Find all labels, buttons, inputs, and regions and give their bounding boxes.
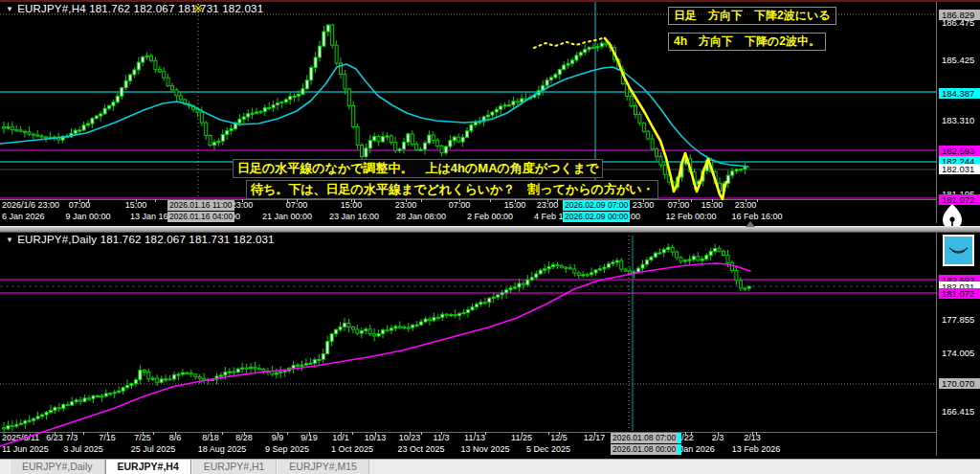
- axis-tick: [643, 199, 644, 202]
- axis-tick: [143, 432, 144, 435]
- price-label: 186.829: [939, 10, 980, 20]
- time-label: 28 Jan 08:00: [396, 212, 446, 222]
- top-price-scale[interactable]: 186.829186.475185.425184.387183.310182.5…: [936, 0, 980, 223]
- axis-tick: [406, 199, 407, 202]
- bottom-chart-window[interactable]: ▼EURJPY#,Daily 181.762 182.067 181.731 1…: [0, 231, 980, 459]
- axis-tick: [685, 432, 686, 435]
- axis-tick: [242, 199, 243, 202]
- axis-tick: [548, 432, 549, 435]
- time-label: 12 Feb 00:00: [665, 212, 716, 222]
- axis-tick: [153, 432, 154, 435]
- axis-tick: [547, 199, 548, 202]
- bottom-chart-title: ▼EURJPY#,Daily 181.762 182.067 181.731 1…: [6, 234, 275, 245]
- axis-tick: [515, 199, 516, 202]
- axis-tick: [375, 432, 376, 435]
- axis-tick: [490, 199, 491, 202]
- window-top-edge: [0, 0, 980, 2]
- chart-tab-bar: EURJPY#,DailyEURJPY#,H4EURJPY#,H1EURJPY#…: [0, 459, 980, 474]
- object-time-label-sliver: [678, 433, 681, 443]
- bottom-time-axis-row1: 2025/6/116/237/37/157/258/68/188/289/99/…: [0, 433, 936, 443]
- axis-tick: [757, 199, 758, 202]
- chart-tab-eurjpy--m15[interactable]: EURJPY#,M15: [277, 460, 369, 474]
- axis-tick: [155, 199, 156, 202]
- object-time-label: 2026.02.09 07:00: [563, 200, 630, 211]
- object-time-label-sliver: [678, 444, 681, 455]
- axis-tick: [222, 432, 223, 435]
- axis-tick: [287, 432, 288, 435]
- chart-menu-triangle-icon[interactable]: ▼: [6, 236, 13, 244]
- top-time-axis-row2: 6 Jan 20269 Jan 00:0013 Jan 16:0017 Jan …: [0, 212, 936, 222]
- axis-tick: [752, 432, 753, 435]
- axis-tick: [297, 199, 298, 202]
- chart-tab-eurjpy--daily[interactable]: EURJPY#,Daily: [10, 460, 105, 474]
- axis-tick: [421, 199, 422, 202]
- axis-tick: [287, 199, 288, 202]
- chart-tab-eurjpy--h1[interactable]: EURJPY#,H1: [191, 460, 278, 474]
- annotation-4h-trend: 4h 方向下 下降の2波中。: [668, 33, 826, 51]
- top-chart-title: ▼EURJPY#,H4 181.762 182.067 181.731 182.…: [6, 3, 263, 14]
- top-time-axis-row1: 2026/1/6 23:0007:0015:0023:0023:0007:001…: [0, 200, 936, 211]
- axis-tick: [351, 199, 352, 202]
- annotation-daily-trend: 日足 方向下 下降2波にいる: [668, 7, 836, 25]
- time-label: 1 Oct 2025: [331, 444, 373, 455]
- price-label: 185.425: [939, 55, 980, 65]
- axis-tick: [175, 432, 176, 435]
- time-label: 2 Feb 00:00: [467, 212, 513, 222]
- object-time-label: 2026.02.09 00:00: [563, 212, 630, 222]
- price-label: 177.855: [939, 314, 980, 325]
- axis-tick: [352, 432, 353, 435]
- axis-tick: [559, 432, 560, 435]
- axis-tick: [83, 432, 84, 435]
- time-label: 21 Jan 00:00: [262, 212, 312, 222]
- vline-anchor-star-icon[interactable]: ※: [193, 3, 203, 14]
- axis-tick: [557, 199, 558, 202]
- chart-tab-eurjpy--h4[interactable]: EURJPY#,H4: [105, 460, 191, 474]
- axis-tick: [691, 432, 692, 435]
- axis-tick: [594, 432, 595, 435]
- bottom-time-axis-row2: 11 Jun 20253 Jul 202525 Jul 202518 Aug 2…: [0, 444, 936, 455]
- price-label: 174.005: [939, 348, 980, 358]
- time-label: 9 Jan 00:00: [65, 212, 110, 222]
- time-label: 23 Oct 2025: [397, 444, 444, 455]
- axis-tick: [441, 432, 442, 435]
- object-time-label: 2026.01.08 00:00: [611, 444, 678, 455]
- axis-tick: [211, 432, 212, 435]
- axis-tick: [459, 199, 460, 202]
- time-label: 9 Sep 2025: [265, 444, 309, 455]
- time-label: 18 Aug 2025: [198, 444, 247, 455]
- axis-tick: [72, 432, 73, 435]
- axis-tick: [354, 199, 355, 202]
- time-label: 6 Jan 2026: [2, 212, 45, 222]
- time-label: 2025/6/11: [2, 433, 39, 443]
- price-label: 166.415: [939, 406, 980, 417]
- axis-tick: [410, 432, 411, 435]
- axis-tick: [485, 432, 486, 435]
- axis-tick: [691, 199, 692, 202]
- price-label: 170.070: [939, 378, 980, 389]
- splitter-grip-icon[interactable]: [746, 221, 755, 227]
- axis-tick: [244, 432, 245, 435]
- axis-tick: [421, 432, 422, 435]
- axis-tick: [107, 432, 108, 435]
- axis-tick: [679, 199, 679, 202]
- chart-menu-triangle-icon[interactable]: ▼: [6, 5, 13, 13]
- axis-tick: [718, 432, 719, 435]
- window-splitter[interactable]: [0, 226, 980, 233]
- time-label: 2026/1/6 23:00: [2, 200, 59, 211]
- top-chart-window[interactable]: ▼EURJPY#,H4 181.762 182.067 181.731 182.…: [0, 0, 980, 226]
- axis-tick: [55, 432, 56, 435]
- axis-tick: [309, 432, 310, 435]
- price-label: 181.072: [939, 288, 980, 299]
- price-label: 183.310: [939, 115, 980, 125]
- axis-tick: [746, 199, 746, 202]
- time-label: 16 Feb 16:00: [731, 212, 782, 222]
- axis-tick: [136, 199, 137, 202]
- axis-tick: [712, 199, 713, 202]
- axis-tick: [522, 432, 523, 435]
- axis-tick: [341, 432, 342, 435]
- price-label: 182.031: [939, 164, 980, 174]
- time-label: 13 Nov 2025: [460, 444, 509, 455]
- axis-tick: [79, 199, 80, 202]
- time-label: 11 Jun 2025: [2, 444, 49, 455]
- annotation-mid-line1: 日足の水平線のなかで調整中。 上は4hのMAの角度がつくまで: [233, 159, 603, 178]
